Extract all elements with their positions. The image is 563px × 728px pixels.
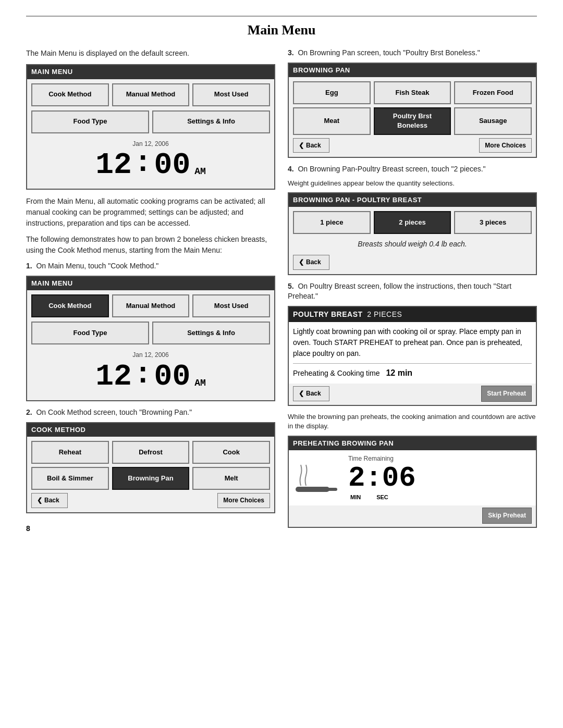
right-column: 3. On Browning Pan screen, touch "Poultr… (288, 48, 537, 534)
settings-info-btn-1[interactable]: Settings & Info (152, 110, 270, 133)
browning-pan-panel: BROWNING PAN Egg Fish Steak Frozen Food … (288, 63, 537, 158)
min-label: MIN (350, 493, 361, 501)
clock-colon-2: : (134, 360, 152, 390)
main-menu-row2-1: Food Type Settings & Info (31, 110, 270, 133)
main-menu-body-1: Cook Method Manual Method Most Used Food… (27, 79, 274, 189)
cook-method-back-more: ❮ Back More Choices (31, 493, 270, 508)
step1-intro: 1. On Main Menu, touch "Cook Method." (26, 261, 275, 272)
main-menu-grid-2: Cook Method Manual Method Most Used (31, 294, 270, 317)
poultry-brst-label: Poultry BrstBoneless (393, 112, 432, 130)
poultry-brst-btn[interactable]: Poultry BrstBoneless (374, 107, 451, 134)
step2-text: On Cook Method screen, touch "Browning P… (36, 408, 192, 416)
step1-text: On Main Menu, touch "Cook Method." (36, 262, 158, 270)
food-type-btn-2[interactable]: Food Type (31, 322, 149, 344)
svg-rect-1 (327, 488, 337, 491)
bp-back-label: Back (306, 141, 321, 150)
step6-note: While the browning pan preheats, the coo… (288, 412, 537, 431)
skip-preheat-label: Skip Preheat (488, 512, 526, 519)
main-menu-panel-2: MAIN MENU Cook Method Manual Method Most… (26, 276, 275, 401)
two-pieces-btn[interactable]: 2 pieces (374, 211, 451, 234)
three-pieces-btn[interactable]: 3 pieces (454, 211, 532, 234)
browning-pan-more-btn[interactable]: More Choices (479, 138, 532, 153)
start-preheat-label: Start Preheat (487, 390, 526, 397)
poultry-breast-body: 1 piece 2 pieces 3 pieces Breasts should… (289, 207, 536, 274)
pb-back-chevron: ❮ (299, 258, 304, 267)
pan-animation-svg (293, 460, 340, 496)
back-label: Back (44, 496, 59, 505)
manual-method-btn-2[interactable]: Manual Method (112, 294, 190, 317)
cook-method-header: COOK METHOD (27, 423, 274, 437)
step3-number: 3. (288, 48, 294, 57)
fish-steak-btn[interactable]: Fish Steak (374, 81, 451, 104)
poultry-instr-back-btn[interactable]: ❮ Back (293, 386, 329, 401)
skip-preheat-btn[interactable]: Skip Preheat (482, 508, 532, 524)
poultry-breast-back-btn[interactable]: ❮ Back (293, 255, 329, 270)
cook-btn[interactable]: Cook (192, 441, 270, 464)
melt-btn[interactable]: Melt (192, 467, 270, 490)
preheating-panel: PREHEATING BROWING PAN Time Rema (288, 436, 537, 528)
cook-method-btn-2[interactable]: Cook Method (31, 294, 109, 317)
main-menu-grid-1: Cook Method Manual Method Most Used (31, 83, 270, 106)
clock-colon-1: : (134, 148, 152, 178)
page-title: Main Menu (26, 21, 537, 40)
meat-btn[interactable]: Meat (293, 107, 371, 134)
reheat-btn[interactable]: Reheat (31, 441, 109, 464)
start-preheat-btn[interactable]: Start Preheat (481, 386, 532, 402)
poultry-instruction-panel: POULTRY BREAST 2 PIECES Lightly coat bro… (288, 306, 537, 406)
food-type-btn-1[interactable]: Food Type (31, 110, 149, 133)
step2-number: 2. (26, 408, 32, 416)
poultry-instr-pieces: 2 PIECES (367, 310, 402, 318)
sec-label: SEC (376, 493, 388, 501)
cook-method-btn-1[interactable]: Cook Method (31, 83, 109, 106)
preheat-time-row: Preheating & Cooking time 12 min (293, 363, 532, 379)
clock-area-1: Jan 12, 2006 12 : 00 AM (31, 138, 270, 185)
preheat-big-time: 2:06 (348, 464, 532, 492)
defrost-btn[interactable]: Defrost (112, 441, 190, 464)
cook-method-more-btn[interactable]: More Choices (217, 493, 270, 508)
cook-method-panel: COOK METHOD Reheat Defrost Cook Boil & S… (26, 422, 275, 513)
preheat-panel-body: Time Remaining 2:06 MIN SEC (289, 450, 536, 505)
step5-text: On Poultry Breast screen, follow the ins… (288, 282, 511, 301)
step2-intro: 2. On Cook Method screen, touch "Brownin… (26, 408, 275, 418)
step3-intro: 3. On Browning Pan screen, touch "Poultr… (288, 48, 537, 58)
manual-method-btn-1[interactable]: Manual Method (112, 83, 190, 106)
poultry-instruction-text: Lightly coat browning pan with cooking o… (293, 326, 532, 359)
browning-pan-btn[interactable]: Browning Pan (112, 467, 190, 490)
one-piece-btn[interactable]: 1 piece (293, 211, 371, 234)
step1-number: 1. (26, 262, 32, 270)
settings-info-btn-2[interactable]: Settings & Info (152, 322, 270, 344)
main-menu-panel-1: MAIN MENU Cook Method Manual Method Most… (26, 64, 275, 190)
clock-time-1: 12 : 00 AM (31, 148, 270, 180)
main-menu-header-2: MAIN MENU (27, 277, 274, 290)
browning-pan-grid: Egg Fish Steak Frozen Food Meat Poultry … (293, 81, 532, 134)
left-column: The Main Menu is displayed on the defaul… (26, 48, 275, 534)
step4-note: Weight guidelines appear below the quant… (288, 179, 537, 188)
clock-hours-2: 12 (95, 362, 132, 392)
frozen-food-btn[interactable]: Frozen Food (454, 81, 532, 104)
cook-method-back-btn[interactable]: ❮ Back (31, 493, 68, 508)
browning-pan-back-more: ❮ Back More Choices (293, 138, 532, 153)
preheat-skip-row: Skip Preheat (289, 505, 536, 527)
main-menu-body-2: Cook Method Manual Method Most Used Food… (27, 290, 274, 400)
clock-minutes-2: 00 (154, 362, 191, 392)
pi-back-label: Back (306, 389, 321, 398)
sausage-btn[interactable]: Sausage (454, 107, 532, 134)
most-used-btn-1[interactable]: Most Used (192, 83, 270, 106)
cook-method-body: Reheat Defrost Cook Boil & Simmer Browni… (27, 437, 274, 512)
most-used-btn-2[interactable]: Most Used (192, 294, 270, 317)
clock-area-2: Jan 12, 2006 12 : 00 AM (31, 349, 270, 396)
preheat-min-sec: MIN SEC (350, 493, 532, 501)
egg-btn[interactable]: Egg (293, 81, 371, 104)
preheat-time-value: 12 min (386, 367, 412, 379)
preheating-header: PREHEATING BROWING PAN (289, 437, 536, 450)
pi-back-chevron: ❮ (299, 389, 304, 398)
more-choices-label: More Choices (223, 497, 264, 504)
poultry-breast-header: BROWNING PAN - POULTRY BREAST (289, 193, 536, 207)
step3-text: On Browning Pan screen, touch "Poultry B… (298, 48, 480, 57)
browning-pan-back-btn[interactable]: ❮ Back (293, 138, 329, 153)
main-menu-header-1: MAIN MENU (27, 65, 274, 79)
boil-simmer-btn[interactable]: Boil & Simmer (31, 467, 109, 490)
poultry-back-start-row: ❮ Back Start Preheat (289, 384, 536, 405)
step4-text: On Browning Pan-Poultry Breast screen, t… (298, 165, 485, 173)
clock-ampm-1: AM (194, 167, 206, 176)
